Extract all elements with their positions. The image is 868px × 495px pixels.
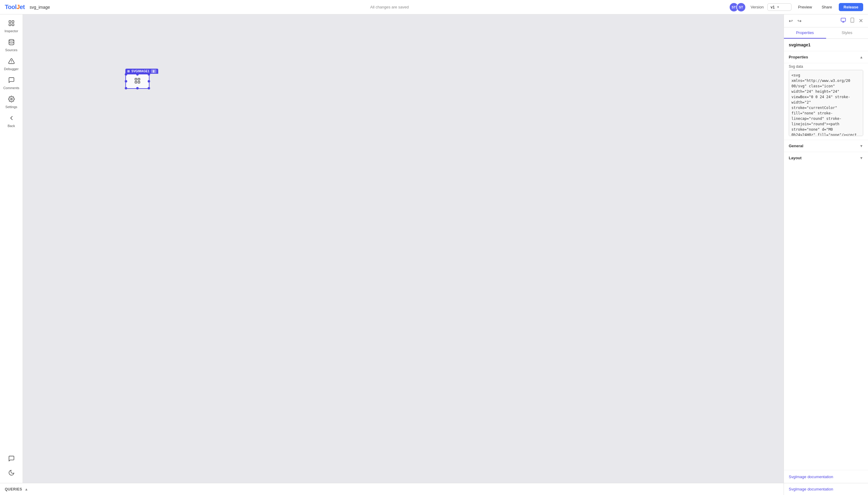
theme-icon — [8, 470, 15, 478]
queries-chevron-icon[interactable]: ▲ — [25, 487, 28, 491]
settings-icon — [8, 96, 15, 104]
app-name: svg_image — [30, 5, 50, 10]
properties-section-header[interactable]: Properties ▲ — [784, 51, 868, 63]
sidebar-bottom — [8, 452, 15, 480]
preview-button[interactable]: Preview — [795, 3, 815, 11]
resize-handle-br[interactable] — [148, 87, 150, 89]
general-section-header[interactable]: General ▼ — [784, 140, 868, 152]
widget-container[interactable]: ⊞ SVGIMAGE1 🗑 — [125, 69, 158, 89]
widget-delete-button[interactable]: 🗑 — [151, 69, 157, 73]
canvas[interactable]: ⊞ SVGIMAGE1 🗑 — [23, 15, 784, 483]
version-select[interactable]: v1 ▼ — [767, 3, 791, 11]
widget-svg-icon — [134, 77, 141, 86]
resize-handle-bl[interactable] — [125, 87, 127, 89]
sidebar-item-back[interactable]: Back — [0, 112, 22, 131]
widget-grid-label-icon: ⊞ — [127, 70, 130, 73]
save-status: All changes are saved — [55, 5, 724, 9]
resize-handle-lm[interactable] — [125, 80, 127, 83]
undo-button[interactable]: ↩ — [788, 17, 794, 24]
queries-left: QUERIES ▲ — [0, 483, 784, 495]
panel-tabs: Properties Styles — [784, 28, 868, 39]
resize-handle-tm[interactable] — [136, 73, 138, 75]
desktop-view-button[interactable] — [839, 17, 847, 25]
debugger-icon — [8, 58, 15, 66]
sidebar-back-label: Back — [7, 124, 15, 128]
svg-rect-3 — [12, 24, 14, 25]
chat-icon — [8, 455, 15, 463]
svg-rect-6 — [135, 78, 137, 80]
layout-chevron-icon: ▼ — [859, 156, 863, 160]
version-chevron-icon: ▼ — [777, 5, 780, 9]
general-section-title: General — [789, 143, 803, 148]
properties-chevron-icon: ▲ — [859, 55, 863, 59]
avatar-2: ST — [736, 2, 746, 12]
svg-rect-7 — [138, 78, 140, 80]
svg-rect-8 — [135, 81, 137, 83]
sidebar-item-comments[interactable]: Comments — [0, 74, 22, 93]
svg-rect-1 — [12, 21, 14, 22]
general-chevron-icon: ▼ — [859, 144, 863, 148]
layout-section-header[interactable]: Layout ▼ — [784, 152, 868, 164]
widget-body[interactable] — [125, 74, 149, 89]
sidebar-comments-label: Comments — [3, 86, 19, 90]
svg-rect-10 — [841, 18, 846, 21]
svg-rect-9 — [138, 81, 140, 83]
sidebar: Inspector Sources Debugger — [0, 15, 23, 483]
panel-toolbar-left: ↩ ↪ — [788, 17, 803, 24]
inspector-icon — [8, 20, 15, 28]
share-button[interactable]: Share — [819, 3, 835, 11]
sidebar-item-theme[interactable] — [8, 466, 15, 480]
svg-data-label: Svg data — [784, 63, 868, 70]
back-icon — [8, 115, 15, 123]
mobile-view-button[interactable] — [848, 17, 856, 25]
avatars: ST ST — [729, 2, 746, 12]
widget-name-label: SVGIMAGE1 — [131, 70, 149, 73]
header-right: Version v1 ▼ Preview Share Release — [751, 3, 863, 11]
resize-handle-tl[interactable] — [125, 73, 127, 75]
resize-handle-tr[interactable] — [148, 73, 150, 75]
sidebar-item-inspector[interactable]: Inspector — [0, 17, 22, 36]
sources-icon — [8, 39, 15, 47]
svg-point-5 — [11, 98, 12, 100]
sidebar-item-debugger[interactable]: Debugger — [0, 55, 22, 74]
panel-close-button[interactable]: ✕ — [857, 17, 864, 25]
panel-toolbar-right: ✕ — [839, 17, 864, 25]
sidebar-settings-label: Settings — [5, 105, 17, 109]
comments-icon — [8, 77, 15, 85]
sidebar-inspector-label: Inspector — [4, 29, 18, 33]
tab-styles[interactable]: Styles — [826, 28, 868, 38]
doc-link-button[interactable]: SvgImage documentation — [789, 475, 833, 479]
doc-link-container: SvgImage documentation — [784, 470, 868, 483]
redo-button[interactable]: ↪ — [796, 17, 803, 24]
logo: ToolJet — [5, 4, 25, 11]
properties-section-title: Properties — [789, 55, 808, 59]
resize-handle-bm[interactable] — [136, 87, 138, 89]
release-button[interactable]: Release — [839, 3, 863, 11]
queries-label: QUERIES — [5, 487, 22, 491]
sidebar-debugger-label: Debugger — [4, 67, 18, 71]
layout-section-title: Layout — [789, 156, 802, 160]
queries-bar: QUERIES ▲ SvgImage documentation — [0, 483, 868, 495]
header: ToolJet svg_image All changes are saved … — [0, 0, 868, 15]
tab-properties[interactable]: Properties — [784, 28, 826, 38]
svg-rect-0 — [9, 21, 11, 22]
widget-label-bar: ⊞ SVGIMAGE1 🗑 — [125, 69, 158, 74]
version-value: v1 — [771, 5, 775, 9]
version-label: Version — [751, 5, 764, 9]
sidebar-sources-label: Sources — [5, 48, 17, 52]
svg-point-4 — [9, 39, 14, 41]
main-layout: Inspector Sources Debugger — [0, 15, 868, 483]
right-panel: ↩ ↪ ✕ — [784, 15, 868, 483]
sidebar-item-chat[interactable] — [8, 452, 15, 466]
resize-handle-rm[interactable] — [148, 80, 150, 83]
svg-rect-2 — [9, 24, 11, 25]
queries-right: SvgImage documentation — [784, 483, 868, 495]
svgimage-doc-link[interactable]: SvgImage documentation — [789, 487, 833, 491]
component-name: svgimage1 — [784, 39, 868, 51]
sidebar-item-settings[interactable]: Settings — [0, 93, 22, 112]
sidebar-item-sources[interactable]: Sources — [0, 36, 22, 55]
panel-toolbar: ↩ ↪ ✕ — [784, 15, 868, 28]
svg-data-textarea[interactable]: <svg xmlns="http://www.w3.org/20 00/svg"… — [789, 70, 863, 136]
